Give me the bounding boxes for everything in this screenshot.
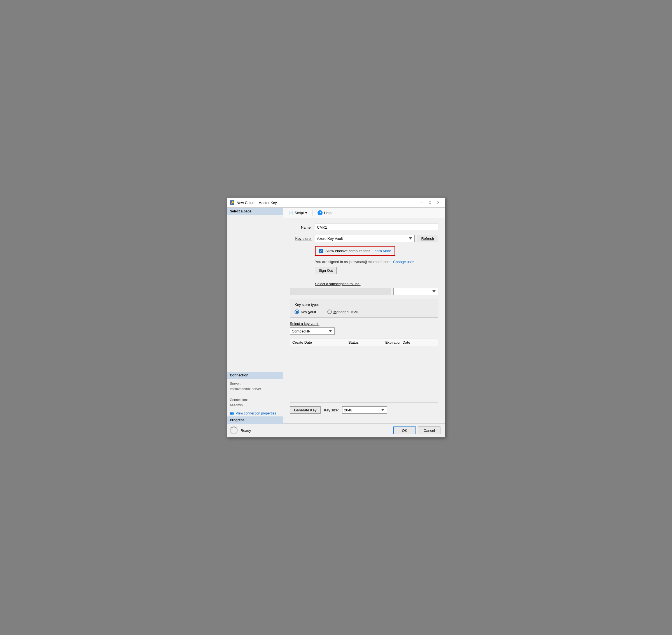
radio-managed-hsm-circle [327,309,332,314]
connection-value: aeadmin [230,403,243,407]
key-store-controls: Azure Key Vault Windows Certificate Stor… [315,235,438,242]
help-icon: ? [317,210,322,215]
name-row: Name: [290,224,438,231]
radio-managed-hsm[interactable]: Managed HSM [327,309,358,314]
sign-out-label: Sign Out [319,268,333,272]
generate-key-label: Generate Key [294,408,316,412]
subscription-left-area [290,288,391,295]
script-dropdown-icon: ▾ [305,211,307,215]
connection-icon: 👥 [230,411,234,415]
dialog-footer: OK Cancel [283,423,445,437]
refresh-label: Refresh [421,237,434,241]
sign-out-button[interactable]: Sign Out [315,267,337,274]
radio-key-vault-label: Key Vault [301,310,316,314]
col-create-date: Create Date [292,340,348,345]
key-store-label: Key store: [290,237,315,241]
signed-in-text: You are signed in as jaszymas@microsoft.… [315,260,392,264]
key-store-type-box: Key store type: Key Vault Managed HSM [290,299,438,318]
key-store-select[interactable]: Azure Key Vault Windows Certificate Stor… [315,235,415,242]
script-label: Script [295,211,304,215]
server-value: enclavedemo1server [230,387,261,391]
signed-in-row: You are signed in as jaszymas@microsoft.… [315,260,438,264]
script-icon: 📄 [289,211,293,215]
progress-status: Ready [240,429,251,433]
maximize-button[interactable]: ☐ [426,200,434,206]
subscription-row [290,288,438,295]
keys-table-header: Create Date Status Expiration Date [290,339,438,346]
radio-key-vault[interactable]: Key Vault [295,309,316,314]
subscription-label-text: Select a subscription to use: [315,282,361,286]
select-key-vault-label-text: Select a key vault: [290,322,319,326]
progress-spinner [230,426,238,434]
subscription-select[interactable] [393,288,438,295]
server-label: Server: [230,382,241,386]
key-size-select[interactable]: 1024 2048 4096 [342,407,387,414]
sidebar: Select a page Connection Server: enclave… [227,207,283,437]
allow-enclave-checkbox[interactable] [319,249,323,253]
sidebar-progress-section: Progress Ready [227,416,283,437]
help-label: Help [324,211,332,215]
col-status: Status [348,340,385,345]
sign-out-row: Sign Out [290,267,438,278]
close-button[interactable]: ✕ [434,200,442,206]
minimize-button[interactable]: — [418,200,425,206]
help-button[interactable]: ? Help [316,209,333,216]
radio-managed-hsm-label: Managed HSM [334,310,358,314]
server-label-row: Server: enclavedemo1server [230,381,280,392]
progress-header: Progress [227,416,283,424]
keys-table: Create Date Status Expiration Date [290,338,438,402]
view-connection-link[interactable]: 👥 View connection properties [227,410,283,416]
key-store-label-text: Key store: [295,237,312,241]
script-button[interactable]: 📄 Script ▾ [287,210,309,216]
refresh-button[interactable]: Refresh [417,235,438,242]
name-input[interactable] [315,224,438,231]
toolbar-separator [312,210,313,216]
dialog-window: 🔑 New Column Master Key — ☐ ✕ Select a p… [227,198,445,437]
toolbar: 📄 Script ▾ ? Help [283,207,445,218]
key-store-row: Key store: Azure Key Vault Windows Certi… [290,235,438,242]
title-bar: 🔑 New Column Master Key — ☐ ✕ [227,198,445,207]
name-label: Name: [290,225,315,229]
subscription-label: Select a subscription to use: [315,282,438,286]
change-user-link[interactable]: Change user [393,260,414,264]
col-expiration-date: Expiration Date [385,340,436,345]
dialog-body: Select a page Connection Server: enclave… [227,207,445,437]
ok-button[interactable]: OK [393,426,416,434]
learn-more-link[interactable]: Learn More [372,249,391,253]
name-label-text: Name: [301,225,312,229]
main-content: 📄 Script ▾ ? Help Name: [283,207,445,437]
progress-content: Ready [227,424,283,437]
cancel-button[interactable]: Cancel [418,426,440,434]
allow-enclave-label: Allow enclave computations [326,249,370,253]
select-key-vault-label: Select a key vault: [290,322,438,326]
radio-key-vault-circle [295,309,299,314]
radio-group: Key Vault Managed HSM [295,309,434,314]
key-vault-select[interactable]: ContosoHR [290,327,335,335]
select-page-header: Select a page [227,207,283,215]
key-size-label: Key size: [324,408,339,412]
window-controls: — ☐ ✕ [418,200,442,206]
form-area: Name: Key store: Azure Key Vault Windows… [283,218,445,423]
generate-key-row: Generate Key Key size: 1024 2048 4096 [290,407,438,414]
view-connection-label: View connection properties [236,411,276,415]
connection-label-row: Connection: aeadmin [230,397,280,408]
connection-info: Server: enclavedemo1server Connection: a… [227,379,283,410]
connection-label: Connection: [230,398,248,402]
connection-header: Connection [227,372,283,379]
key-store-type-label: Key store type: [295,303,434,307]
generate-key-button[interactable]: Generate Key [290,407,321,414]
keys-table-body[interactable] [290,346,438,402]
window-title: New Column Master Key [237,201,415,205]
sidebar-pages-content [227,215,283,372]
window-icon: 🔑 [230,200,234,205]
sidebar-connection-section: Connection Server: enclavedemo1server Co… [227,372,283,416]
enclave-box: Allow enclave computations Learn More [315,246,395,256]
